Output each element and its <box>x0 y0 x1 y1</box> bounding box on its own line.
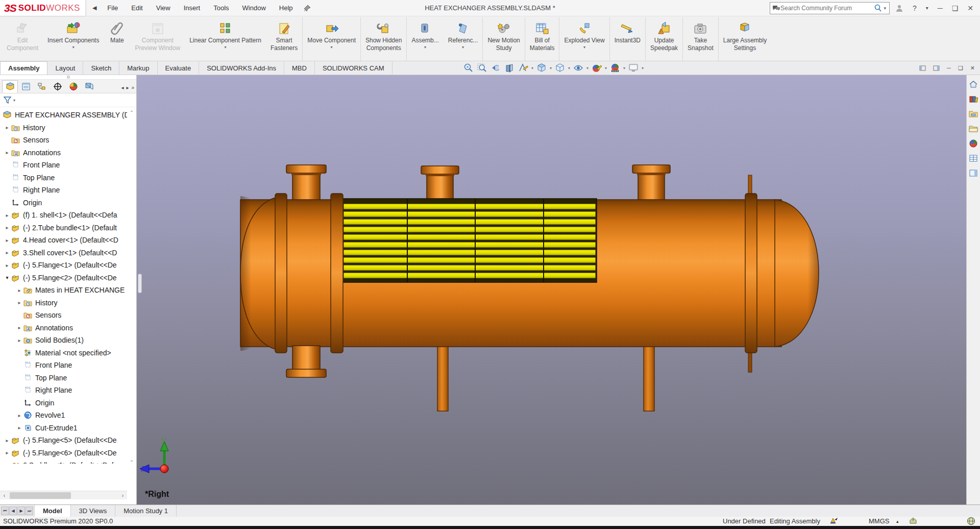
help-button[interactable]: ? <box>909 3 920 13</box>
bottom-tab-3d-views[interactable]: 3D Views <box>71 505 116 517</box>
units-dropdown-icon[interactable]: ▴ <box>896 519 899 524</box>
tab-nav-3[interactable]: ⏭ <box>26 507 33 515</box>
bottom-tab-motion-study-1[interactable]: Motion Study 1 <box>115 505 177 517</box>
display-style-icon[interactable] <box>554 62 566 74</box>
tree-item[interactable]: ▸History <box>0 122 127 134</box>
tree-item[interactable]: ▸4.Head cover<1> (Default<<D <box>0 234 127 247</box>
dropdown-arrow-icon[interactable]: ▾ <box>72 45 75 50</box>
zoom-area-icon[interactable] <box>476 62 488 74</box>
tree-item[interactable]: ▸6.Saddles<1> (Default<<Defa <box>0 459 127 464</box>
dropdown-arrow-icon[interactable]: ▾ <box>568 66 571 70</box>
search-input[interactable] <box>780 5 873 12</box>
feature-tree-tab[interactable] <box>2 80 18 93</box>
tree-item[interactable]: ▸AAnnotations <box>0 322 127 334</box>
bottom-nozzle[interactable] <box>286 346 326 377</box>
tab-solidworks-cam[interactable]: SOLIDWORKS CAM <box>315 61 393 75</box>
ribbon-button-linear-pattern[interactable]: Linear Component Pattern▾ <box>185 17 266 61</box>
dropdown-arrow-icon[interactable]: ▾ <box>604 66 607 70</box>
doc-minimize-icon[interactable]: ─ <box>945 64 953 71</box>
filter-dropdown-icon[interactable]: ▾ <box>13 98 15 103</box>
scroll-down-icon[interactable]: ⌄ <box>130 457 134 463</box>
previous-view-icon[interactable] <box>489 62 502 74</box>
appearance-tab[interactable] <box>65 80 81 93</box>
tab-layout[interactable]: Layout <box>47 61 83 75</box>
tab-nav-0[interactable]: ⏮ <box>1 507 9 515</box>
expand-arrow-icon[interactable]: ▾ <box>3 275 11 280</box>
menu-edit[interactable]: Edit <box>126 2 148 14</box>
ribbon-button-show-hidden[interactable]: Show HiddenComponents <box>361 17 407 61</box>
menu-window[interactable]: Window <box>237 2 272 14</box>
tree-item[interactable]: Top Plane <box>0 372 127 384</box>
tab-scroll-buttons[interactable]: ⏮◀▶⏭ <box>0 505 34 517</box>
tree-item[interactable]: Material <not specified> <box>0 347 127 359</box>
tab-assembly[interactable]: Assembly <box>0 61 47 75</box>
expand-arrow-icon[interactable]: ▸ <box>3 262 11 268</box>
tree-vertical-scrollbar[interactable]: ⌃ ⌄ <box>128 109 136 464</box>
tree-item[interactable]: ▾(-) 5.Flange<2> (Default<<De <box>0 272 127 284</box>
dropdown-arrow-icon[interactable]: ▾ <box>641 66 644 70</box>
tree-item[interactable]: Sensors <box>0 134 127 147</box>
tree-item[interactable]: Front Plane <box>0 159 127 172</box>
dropdown-arrow-icon[interactable]: ▾ <box>583 45 585 50</box>
expand-arrow-icon[interactable]: ▸ <box>15 413 23 418</box>
expand-arrow-icon[interactable]: ▸ <box>15 338 23 343</box>
expand-arrow-icon[interactable]: ▸ <box>15 325 23 330</box>
menu-insert[interactable]: Insert <box>178 2 206 14</box>
ribbon-button-insert-components[interactable]: Insert Components▾ <box>43 17 104 61</box>
top-nozzles[interactable] <box>286 165 670 202</box>
tag-icon[interactable] <box>910 517 917 524</box>
ribbon-button-take-snapshot[interactable]: TakeSnapshot <box>683 17 719 61</box>
tree-item[interactable]: ▸3.Shell cover<1> (Default<<D <box>0 247 127 259</box>
filter-funnel-icon[interactable] <box>3 95 12 105</box>
display-pane-tab[interactable] <box>81 80 97 93</box>
search-magnifier-icon[interactable] <box>873 4 883 13</box>
tree-item[interactable]: Sensors <box>0 309 127 322</box>
menu-collapse-arrow-icon[interactable]: ◀ <box>92 5 96 11</box>
menu-help[interactable]: Help <box>274 2 299 14</box>
ribbon-button-reference-geometry[interactable]: Referenc...▾ <box>444 17 483 61</box>
tab-markup[interactable]: Markup <box>119 61 157 75</box>
graphics-viewport[interactable]: Y Z *Right <box>137 75 980 504</box>
expand-arrow-icon[interactable]: ▸ <box>3 212 11 218</box>
scroll-up-icon[interactable]: ⌃ <box>130 110 134 115</box>
expand-arrow-icon[interactable]: ▸ <box>3 450 11 455</box>
expand-arrow-icon[interactable]: ▸ <box>3 150 11 155</box>
edit-appearance-icon[interactable] <box>591 62 603 74</box>
minimize-button[interactable]: ─ <box>934 3 946 13</box>
tree-item[interactable]: ▸History <box>0 297 127 309</box>
tree-item[interactable]: ▸Revolve1 <box>0 409 127 422</box>
expand-arrow-icon[interactable]: ▸ <box>3 463 11 464</box>
view-orientation-icon[interactable] <box>535 62 548 74</box>
dropdown-arrow-icon[interactable]: ▾ <box>424 45 426 50</box>
user-account-icon[interactable] <box>892 3 907 13</box>
tab-mbd[interactable]: MBD <box>284 61 315 75</box>
panel-tab-nav[interactable]: ◂ ▸ » <box>121 85 134 90</box>
tab-nav-2[interactable]: ▶ <box>17 507 25 515</box>
dimxpert-tab[interactable] <box>50 80 65 93</box>
annotation-views-icon[interactable] <box>517 62 529 74</box>
tree-item[interactable]: Top Plane <box>0 172 127 184</box>
menu-tools[interactable]: Tools <box>208 2 234 14</box>
expand-arrow-icon[interactable]: ▸ <box>3 237 11 243</box>
bottom-tab-model[interactable]: Model <box>34 505 71 517</box>
panel-nav-right-icon[interactable]: ▸ <box>126 85 129 90</box>
resources-icon[interactable] <box>968 94 978 104</box>
tree-item[interactable]: Right Plane <box>0 384 127 397</box>
expand-arrow-icon[interactable]: ▸ <box>15 300 23 305</box>
appearances-sphere-icon[interactable] <box>968 138 978 149</box>
heat-exchanger-model[interactable]: Y Z <box>137 75 980 504</box>
tube-bundle[interactable] <box>342 199 597 282</box>
scroll-left-icon[interactable]: ‹ <box>0 493 9 498</box>
search-dropdown-icon[interactable]: ▾ <box>883 6 887 11</box>
configuration-tab[interactable] <box>34 80 50 93</box>
home-icon[interactable] <box>968 79 978 89</box>
dropdown-arrow-icon[interactable]: ▾ <box>549 66 552 70</box>
section-view-icon[interactable] <box>503 62 516 74</box>
restore-button[interactable]: ❏ <box>948 3 962 13</box>
tree-item[interactable]: ▸AAnnotations <box>0 147 127 159</box>
dropdown-arrow-icon[interactable]: ▾ <box>331 45 333 50</box>
globe-icon[interactable] <box>967 517 975 525</box>
tree-item[interactable]: ▸(-) 5.Flange<5> (Default<<De <box>0 434 127 447</box>
tree-item[interactable]: Origin <box>0 197 127 209</box>
ribbon-button-smart-fasteners[interactable]: SmartFasteners <box>266 17 303 61</box>
